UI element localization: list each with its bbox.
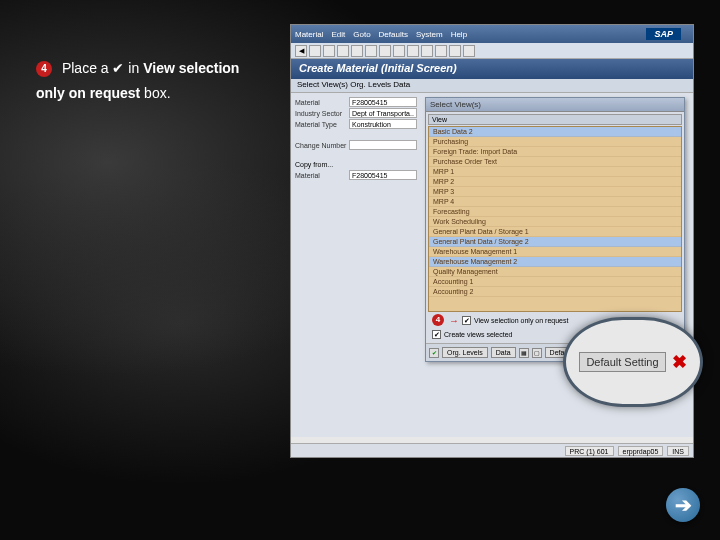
toolbar-btn[interactable]: [337, 45, 349, 57]
create-views-checkbox[interactable]: ✔: [432, 330, 441, 339]
toolbar-btn[interactable]: [449, 45, 461, 57]
arrow-icon: →: [449, 315, 459, 326]
menu-system[interactable]: System: [416, 30, 443, 39]
view-selection-checkbox[interactable]: ✔: [462, 316, 471, 325]
toolbar-btn[interactable]: [421, 45, 433, 57]
toolbar-btn[interactable]: [323, 45, 335, 57]
instr-bold2: only on request: [36, 85, 140, 101]
instr-part2: in: [124, 60, 143, 76]
list-item[interactable]: Warehouse Management 2: [429, 257, 681, 267]
change-field[interactable]: [349, 140, 417, 150]
sap-menubar: Material Edit Goto Defaults System Help …: [291, 25, 693, 43]
copy-material-label: Material: [295, 172, 349, 179]
copy-from-label: Copy from...: [295, 161, 417, 168]
list-item[interactable]: Foreign Trade: Import Data: [429, 147, 681, 157]
list-item[interactable]: MRP 1: [429, 167, 681, 177]
list-item[interactable]: Work Scheduling: [429, 217, 681, 227]
org-levels-button[interactable]: Org. Levels: [442, 347, 488, 358]
menu-goto[interactable]: Goto: [353, 30, 370, 39]
status-client: PRC (1) 601: [565, 446, 614, 456]
toolbar-btn[interactable]: [309, 45, 321, 57]
toolbar-btn[interactable]: [407, 45, 419, 57]
status-bar: PRC (1) 601 erpprdap05 INS: [291, 443, 693, 457]
next-button[interactable]: ➔: [666, 488, 700, 522]
list-item[interactable]: General Plant Data / Storage 2: [429, 237, 681, 247]
create-views-label: Create views selected: [444, 331, 512, 338]
select-all-icon[interactable]: ▦: [519, 348, 529, 358]
list-item[interactable]: Forecasting: [429, 207, 681, 217]
list-item[interactable]: Accounting 2: [429, 287, 681, 297]
type-field[interactable]: Konstruktion produ..: [349, 119, 417, 129]
toolbar-btn[interactable]: [463, 45, 475, 57]
deselect-icon[interactable]: ▢: [532, 348, 542, 358]
step-badge-inline: 4: [432, 314, 444, 326]
step-badge-4: 4: [36, 61, 52, 77]
close-icon-zoomed: ✖: [672, 351, 687, 373]
view-selection-label: View selection only on request: [474, 317, 568, 324]
type-label: Material Type: [295, 121, 349, 128]
sap-toolbar: ◀: [291, 43, 693, 59]
list-item[interactable]: Accounting 1: [429, 277, 681, 287]
check-icon: ✔: [112, 60, 124, 76]
menu-defaults[interactable]: Defaults: [379, 30, 408, 39]
copy-material-field[interactable]: F28005415: [349, 170, 417, 180]
view-list[interactable]: Basic Data 2 Purchasing Foreign Trade: I…: [428, 126, 682, 312]
status-server: erpprdap05: [618, 446, 664, 456]
confirm-icon[interactable]: ✔: [429, 348, 439, 358]
magnifier-callout: Default Setting ✖: [563, 317, 703, 407]
sap-logo: SAP: [646, 28, 681, 40]
toolbar-btn[interactable]: [435, 45, 447, 57]
status-mode: INS: [667, 446, 689, 456]
toolbar-btn[interactable]: [379, 45, 391, 57]
menu-edit[interactable]: Edit: [331, 30, 345, 39]
list-item[interactable]: MRP 2: [429, 177, 681, 187]
data-button[interactable]: Data: [491, 347, 516, 358]
default-setting-zoomed: Default Setting: [579, 352, 665, 372]
toolbar-back-icon[interactable]: ◀: [295, 45, 307, 57]
change-label: Change Number: [295, 142, 349, 149]
material-label: Material: [295, 99, 349, 106]
list-item[interactable]: Quality Management: [429, 267, 681, 277]
dialog-title: Select View(s): [426, 98, 684, 112]
toolbar-btn[interactable]: [393, 45, 405, 57]
instr-part3: box.: [140, 85, 170, 101]
list-item[interactable]: MRP 4: [429, 197, 681, 207]
view-list-header: View: [428, 114, 682, 125]
list-item[interactable]: General Plant Data / Storage 1: [429, 227, 681, 237]
list-item[interactable]: MRP 3: [429, 187, 681, 197]
instr-bold1: View selection: [143, 60, 239, 76]
left-form-panel: MaterialF28005415 Industry SectorDept of…: [291, 93, 421, 437]
menu-material[interactable]: Material: [295, 30, 323, 39]
sap-window: Material Edit Goto Defaults System Help …: [290, 24, 694, 458]
instr-part1: Place a: [62, 60, 113, 76]
sector-field[interactable]: Dept of Transporta..: [349, 108, 417, 118]
list-item[interactable]: Basic Data 2: [429, 127, 681, 137]
instruction-text: 4 Place a ✔ in View selection only on re…: [36, 56, 276, 106]
list-item[interactable]: Purchase Order Text: [429, 157, 681, 167]
menu-help[interactable]: Help: [451, 30, 467, 39]
screen-title: Create Material (Initial Screen): [291, 59, 693, 79]
list-item[interactable]: Warehouse Management 1: [429, 247, 681, 257]
toolbar-btn[interactable]: [365, 45, 377, 57]
toolbar-btn[interactable]: [351, 45, 363, 57]
arrow-right-icon: ➔: [675, 493, 692, 517]
screen-subheader: Select View(s) Org. Levels Data: [291, 79, 693, 93]
list-item[interactable]: Purchasing: [429, 137, 681, 147]
sector-label: Industry Sector: [295, 110, 349, 117]
material-field[interactable]: F28005415: [349, 97, 417, 107]
